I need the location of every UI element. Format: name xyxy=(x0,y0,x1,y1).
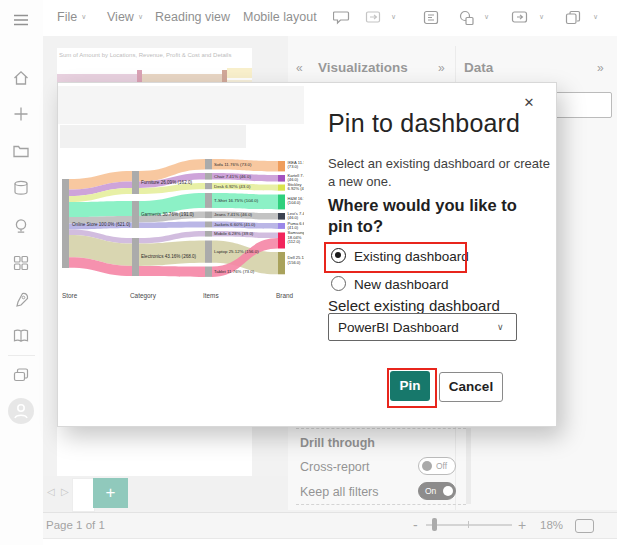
svg-text:Desk 6.92% (43.0): Desk 6.92% (43.0) xyxy=(214,184,251,189)
cancel-button[interactable]: Cancel xyxy=(439,372,503,402)
svg-text:Levi's 7.41%(46.0): Levi's 7.41%(46.0) xyxy=(288,211,305,221)
svg-text:Items: Items xyxy=(203,292,219,299)
svg-text:H&M 16.75%(104.0): H&M 16.75%(104.0) xyxy=(288,196,305,206)
svg-text:Samsung18.04%(112.0): Samsung18.04%(112.0) xyxy=(288,230,305,244)
svg-text:Tablet 11.76% (73.0): Tablet 11.76% (73.0) xyxy=(214,269,255,274)
dialog-question: Where would you like to pin to? xyxy=(328,195,528,238)
svg-text:Chair 7.41% (46.0): Chair 7.41% (46.0) xyxy=(214,174,251,179)
svg-text:IKEA 11.76%(73.0): IKEA 11.76%(73.0) xyxy=(288,160,305,170)
svg-text:Store: Store xyxy=(62,292,78,299)
new-dashboard-label[interactable]: New dashboard xyxy=(354,277,449,292)
svg-text:Puma 6.60%(41.0): Puma 6.60%(41.0) xyxy=(288,221,305,231)
svg-text:Sofa 11.76% (73.0): Sofa 11.76% (73.0) xyxy=(214,162,252,167)
select-dashboard-label: Select existing dashboard xyxy=(328,297,500,314)
svg-text:Category: Category xyxy=(130,292,157,300)
dashboard-dropdown[interactable]: PowerBI Dashboard ∨ xyxy=(328,313,517,341)
dropdown-value: PowerBI Dashboard xyxy=(338,320,459,335)
sankey-preview: Online Store 100.0% (621.0)Furniture 26.… xyxy=(60,149,304,301)
svg-text:Laptop 25.12% (156.0): Laptop 25.12% (156.0) xyxy=(214,249,259,254)
svg-text:Furniture 26.09% (162.0): Furniture 26.09% (162.0) xyxy=(141,180,193,185)
annotation-box-pin xyxy=(387,368,437,408)
pin-to-dashboard-dialog: Online Store 100.0% (621.0)Furniture 26.… xyxy=(57,82,557,427)
svg-text:Garments 30.76% (191.0): Garments 30.76% (191.0) xyxy=(141,212,194,217)
svg-text:Jackets 6.60% (41.0): Jackets 6.60% (41.0) xyxy=(214,222,256,227)
svg-text:Online Store 100.0% (621.0): Online Store 100.0% (621.0) xyxy=(72,222,131,227)
svg-text:Jeans 7.41% (46.0): Jeans 7.41% (46.0) xyxy=(214,212,253,217)
close-icon[interactable]: ✕ xyxy=(518,92,540,114)
svg-text:Mobile 6.28% (39.0): Mobile 6.28% (39.0) xyxy=(214,231,254,236)
new-dashboard-radio[interactable] xyxy=(331,276,346,291)
chevron-down-icon: ∨ xyxy=(497,322,504,332)
svg-text:T-Shirt 16.75% (104.0): T-Shirt 16.75% (104.0) xyxy=(214,198,259,203)
dialog-title: Pin to dashboard xyxy=(328,109,520,138)
svg-text:Brand: Brand xyxy=(276,292,293,299)
annotation-box-existing xyxy=(324,242,467,273)
dialog-description: Select an existing dashboard or create a… xyxy=(328,155,560,191)
svg-text:Stickley6.92% (43.0): Stickley6.92% (43.0) xyxy=(288,182,305,192)
svg-text:Electronics 43.16% (268.0): Electronics 43.16% (268.0) xyxy=(141,254,197,259)
preview-header-block xyxy=(58,86,304,124)
svg-text:Dell 25.12%(156.0): Dell 25.12%(156.0) xyxy=(288,255,305,265)
preview-title-block xyxy=(60,125,246,148)
